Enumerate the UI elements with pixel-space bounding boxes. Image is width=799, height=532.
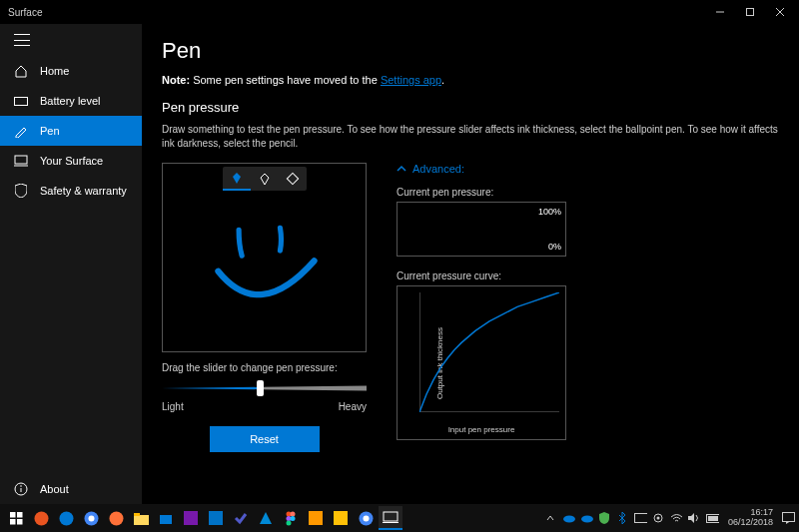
tray-battery-icon[interactable]: [706, 512, 719, 525]
svg-marker-14: [162, 387, 260, 389]
titlebar: Surface: [0, 0, 799, 24]
tray-wifi-icon[interactable]: [670, 512, 683, 525]
pen-tool-outline[interactable]: [251, 167, 279, 191]
tray-volume-icon[interactable]: [688, 512, 701, 525]
svg-point-9: [20, 485, 22, 487]
svg-rect-19: [17, 512, 23, 518]
sidebar-item-safety-&-warranty[interactable]: Safety & warranty: [0, 176, 142, 206]
sidebar-item-label: Safety & warranty: [40, 185, 127, 197]
advanced-label: Advanced:: [412, 163, 464, 175]
note-label: Note:: [162, 74, 190, 86]
task-sublime[interactable]: [304, 506, 328, 530]
tray-bluetooth-icon[interactable]: [616, 512, 629, 525]
svg-rect-38: [309, 511, 323, 525]
task-chrome[interactable]: [79, 506, 103, 530]
task-explorer[interactable]: [129, 506, 153, 530]
svg-marker-11: [233, 173, 241, 184]
sidebar-item-label: Battery level: [40, 95, 101, 107]
tray-cloud-icon[interactable]: [580, 512, 593, 525]
pressure-curve-chart: Output ink thickness Input pen pressure: [397, 285, 566, 440]
action-center-icon[interactable]: [782, 512, 795, 525]
slider-thumb[interactable]: [257, 380, 264, 396]
task-todo[interactable]: [229, 506, 253, 530]
chevron-up-icon: [397, 164, 406, 174]
info-icon: [14, 482, 28, 496]
svg-point-36: [291, 516, 296, 521]
svg-marker-12: [261, 174, 269, 185]
tray-location-icon[interactable]: [652, 512, 665, 525]
tray-keyboard-icon[interactable]: [634, 512, 647, 525]
shield-icon: [14, 184, 28, 198]
svg-rect-52: [708, 516, 718, 521]
task-chrome2[interactable]: [354, 506, 378, 530]
tray-chevron-up-icon[interactable]: [544, 512, 557, 525]
current-pressure-label: Current pen pressure:: [397, 187, 779, 198]
task-app1[interactable]: [329, 506, 353, 530]
slider-light-label: Light: [162, 401, 184, 412]
home-icon: [14, 64, 28, 78]
tray-onedrive-icon[interactable]: [562, 512, 575, 525]
draw-test-area[interactable]: [162, 163, 367, 352]
sidebar-item-home[interactable]: Home: [0, 56, 142, 86]
svg-point-44: [563, 516, 575, 523]
window-controls: [705, 0, 795, 24]
pen-tool-filled[interactable]: [223, 167, 251, 191]
svg-rect-20: [10, 519, 16, 525]
task-firefox[interactable]: [104, 506, 128, 530]
svg-rect-46: [634, 514, 647, 523]
svg-rect-6: [15, 156, 27, 164]
advanced-toggle[interactable]: Advanced:: [397, 163, 779, 175]
taskbar: 16:17 06/12/2018: [0, 504, 799, 532]
task-edge[interactable]: [54, 506, 78, 530]
tray-security-icon[interactable]: [598, 512, 611, 525]
task-surface-app[interactable]: [379, 506, 402, 530]
note-text: Some pen settings have moved to the: [190, 74, 381, 86]
note-line: Note: Some pen settings have moved to th…: [162, 74, 779, 86]
current-pressure-box: 100% 0%: [397, 202, 566, 257]
sidebar-item-label: About: [40, 483, 69, 495]
sidebar-item-label: Pen: [40, 125, 60, 137]
eraser-tool[interactable]: [279, 167, 307, 191]
svg-point-34: [291, 511, 296, 516]
svg-rect-28: [134, 513, 140, 516]
svg-rect-18: [10, 512, 16, 518]
settings-app-link[interactable]: Settings app: [381, 74, 441, 86]
pen-icon: [14, 124, 28, 138]
taskbar-clock[interactable]: 16:17 06/12/2018: [724, 508, 777, 528]
svg-marker-49: [688, 513, 694, 523]
svg-rect-42: [384, 512, 398, 521]
sample-drawing: [200, 220, 330, 322]
minimize-button[interactable]: [705, 0, 735, 24]
svg-rect-31: [209, 511, 223, 525]
device-icon: [14, 154, 28, 168]
svg-rect-4: [15, 97, 28, 105]
task-onenote[interactable]: [179, 506, 203, 530]
svg-point-22: [34, 511, 48, 525]
close-button[interactable]: [765, 0, 795, 24]
sidebar-item-label: Home: [40, 65, 69, 77]
sidebar-item-battery-level[interactable]: Battery level: [0, 86, 142, 116]
svg-marker-15: [260, 386, 367, 391]
task-outlook[interactable]: [204, 506, 228, 530]
section-description: Draw something to test the pen pressure.…: [162, 123, 779, 151]
maximize-button[interactable]: [735, 0, 765, 24]
sidebar: HomeBattery levelPenYour SurfaceSafety &…: [0, 24, 142, 504]
task-figma[interactable]: [279, 506, 303, 530]
reset-button[interactable]: Reset: [210, 426, 320, 452]
pressure-100: 100%: [538, 207, 561, 217]
pressure-slider[interactable]: [162, 379, 367, 395]
pressure-0: 0%: [548, 242, 561, 252]
sidebar-item-pen[interactable]: Pen: [0, 116, 142, 146]
task-ubuntu[interactable]: [29, 506, 53, 530]
sidebar-item-about[interactable]: About: [0, 474, 142, 504]
task-azure[interactable]: [254, 506, 278, 530]
svg-rect-39: [334, 511, 348, 525]
hamburger-button[interactable]: [0, 24, 142, 56]
slider-label: Drag the slider to change pen pressure:: [162, 362, 367, 373]
page-title: Pen: [162, 38, 779, 64]
svg-point-37: [287, 520, 292, 525]
svg-point-25: [88, 515, 94, 521]
task-store[interactable]: [154, 506, 178, 530]
start-button[interactable]: [4, 506, 28, 530]
sidebar-item-your-surface[interactable]: Your Surface: [0, 146, 142, 176]
